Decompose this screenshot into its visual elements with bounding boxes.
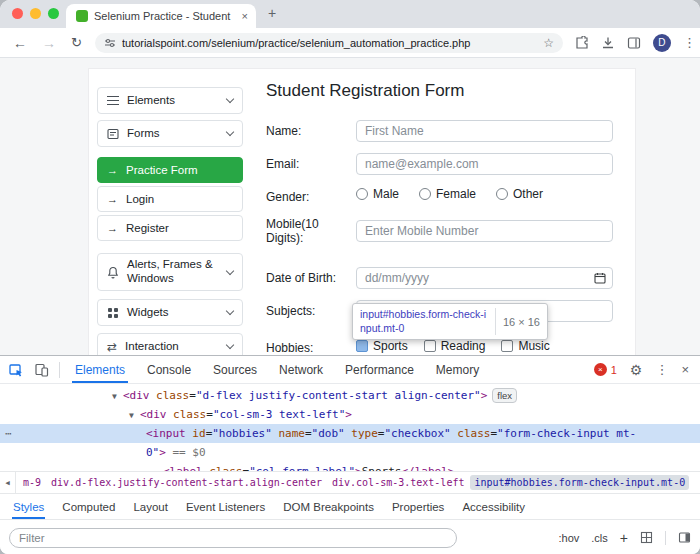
styles-tab-dom-breakpoints[interactable]: DOM Breakpoints bbox=[274, 494, 383, 519]
dom-token: > bbox=[481, 389, 488, 402]
window-close-button[interactable] bbox=[12, 8, 23, 19]
flex-badge[interactable]: flex bbox=[492, 388, 517, 403]
sidebar-item-alerts-frames-windows[interactable]: Alerts, Frames & Windows bbox=[97, 253, 243, 291]
sidebar-item-practice-form[interactable]: → Practice Form bbox=[97, 157, 243, 183]
sidebar-item-label: Interaction bbox=[125, 340, 227, 354]
hobby-option-music[interactable]: Music bbox=[501, 339, 549, 353]
breadcrumb-item[interactable]: m-9 bbox=[19, 475, 45, 490]
dom-token: "form-check-input mt- bbox=[497, 427, 636, 440]
styles-tab-computed[interactable]: Computed bbox=[53, 494, 124, 519]
forward-icon[interactable]: → bbox=[42, 35, 56, 51]
new-style-rule-icon[interactable]: + bbox=[620, 530, 628, 546]
email-input[interactable] bbox=[356, 153, 613, 175]
dom-token: "d-flex justify-content-start align-cent… bbox=[196, 389, 481, 402]
radio-icon[interactable] bbox=[419, 188, 431, 200]
email-label: Email: bbox=[266, 157, 299, 171]
styles-tab-properties[interactable]: Properties bbox=[383, 494, 453, 519]
styles-filter-input[interactable] bbox=[9, 528, 457, 548]
bookmark-star-icon[interactable]: ☆ bbox=[543, 36, 554, 50]
dom-tree: ▼<div class="d-flex justify-content-star… bbox=[0, 384, 700, 471]
side-panel-icon[interactable] bbox=[627, 36, 641, 50]
option-label: Sports bbox=[373, 339, 408, 353]
hobby-option-reading[interactable]: Reading bbox=[424, 339, 486, 353]
window-minimize-button[interactable] bbox=[30, 8, 41, 19]
browser-menu-icon[interactable]: ⋮ bbox=[683, 35, 696, 50]
hobby-option-sports[interactable]: Sports bbox=[356, 339, 408, 353]
sidebar-item-forms[interactable]: Forms bbox=[97, 120, 243, 147]
dom-node-line[interactable]: ▼<div class="d-flex justify-content-star… bbox=[0, 386, 700, 405]
devtools-close-icon[interactable]: × bbox=[681, 362, 689, 377]
inspect-tooltip: input#hobbies.form-check-input.mt-0 16 ×… bbox=[352, 303, 548, 340]
inspect-element-icon[interactable] bbox=[8, 362, 24, 378]
expand-arrow-icon[interactable]: ▼ bbox=[129, 406, 140, 425]
styles-filter-bar: :hov .cls + bbox=[0, 519, 700, 554]
expand-arrow-icon[interactable]: ▼ bbox=[112, 387, 123, 406]
toggle-hover-state-button[interactable]: :hov bbox=[559, 532, 580, 544]
gender-option-male[interactable]: Male bbox=[356, 187, 399, 201]
console-error-badge[interactable]: × 1 bbox=[594, 363, 617, 376]
styles-tab-styles[interactable]: Styles bbox=[4, 494, 53, 519]
checkbox-icon-highlighted[interactable] bbox=[356, 340, 368, 352]
dom-node-line[interactable]: 0"> == $0 bbox=[0, 443, 700, 462]
layout-grid-icon[interactable] bbox=[640, 531, 653, 544]
radio-icon[interactable] bbox=[356, 188, 368, 200]
chevron-down-icon bbox=[226, 341, 234, 349]
computed-sidebar-toggle-icon[interactable] bbox=[678, 531, 691, 544]
tab-title: Selenium Practice - Student bbox=[94, 10, 238, 22]
sidebar-item-elements[interactable]: Elements bbox=[97, 87, 243, 114]
breadcrumb-scroll-left-icon[interactable]: ◀ bbox=[0, 472, 16, 493]
window-zoom-button[interactable] bbox=[48, 8, 59, 19]
devtools-menu-icon[interactable]: ⋮ bbox=[655, 362, 668, 377]
back-icon[interactable]: ← bbox=[13, 35, 27, 51]
tab-close-icon[interactable]: × bbox=[242, 10, 248, 22]
calendar-icon[interactable] bbox=[594, 272, 606, 284]
devtools-tab-elements[interactable]: Elements bbox=[64, 356, 136, 383]
devtools-tab-memory[interactable]: Memory bbox=[425, 356, 490, 383]
checkbox-icon[interactable] bbox=[424, 340, 436, 352]
dom-node-line[interactable]: <label class="col-form-label">Sports</la… bbox=[0, 462, 700, 471]
breadcrumb-item[interactable]: input#hobbies.form-check-input.mt-0 bbox=[470, 475, 689, 490]
devtools-tab-performance[interactable]: Performance bbox=[334, 356, 425, 383]
sidebar-item-login[interactable]: → Login bbox=[97, 186, 243, 212]
new-tab-button[interactable]: + bbox=[268, 5, 276, 21]
dob-input[interactable] bbox=[365, 271, 594, 285]
address-bar[interactable]: tutorialspoint.com/selenium/practice/sel… bbox=[95, 33, 563, 53]
dom-node-line[interactable]: ⋯<input id="hobbies" name="dob" type="ch… bbox=[0, 424, 700, 443]
browser-tab[interactable]: Selenium Practice - Student × bbox=[66, 4, 256, 28]
name-input[interactable] bbox=[356, 120, 613, 142]
extensions-icon[interactable] bbox=[575, 36, 589, 50]
sidebar-item-widgets[interactable]: Widgets bbox=[97, 299, 243, 326]
mobile-input[interactable] bbox=[356, 220, 613, 242]
styles-tab-event-listeners[interactable]: Event Listeners bbox=[177, 494, 274, 519]
download-icon[interactable] bbox=[601, 36, 615, 50]
styles-tab-layout[interactable]: Layout bbox=[124, 494, 177, 519]
radio-icon[interactable] bbox=[496, 188, 508, 200]
device-toolbar-icon[interactable] bbox=[34, 362, 49, 377]
breadcrumb-item[interactable]: div.col-sm-3.text-left bbox=[328, 475, 468, 490]
mobile-label: Mobile(10 Digits): bbox=[266, 217, 328, 245]
error-count: 1 bbox=[611, 364, 617, 376]
devtools-tab-network[interactable]: Network bbox=[268, 356, 334, 383]
settings-gear-icon[interactable]: ⚙ bbox=[630, 362, 643, 378]
arrow-right-icon: → bbox=[107, 164, 118, 176]
menu-icon bbox=[107, 96, 119, 106]
dom-node-line[interactable]: ▼<div class="col-sm-3 text-left"> bbox=[0, 405, 700, 424]
reload-icon[interactable]: ↻ bbox=[71, 35, 82, 50]
checkbox-icon[interactable] bbox=[501, 340, 513, 352]
profile-avatar[interactable]: D bbox=[653, 34, 671, 52]
error-icon: × bbox=[594, 363, 607, 376]
site-settings-icon[interactable] bbox=[104, 37, 116, 49]
page-viewport: Elements Forms → Practice Form → Login → bbox=[0, 58, 700, 355]
dom-token: 0" bbox=[146, 446, 159, 459]
url-text[interactable]: tutorialspoint.com/selenium/practice/sel… bbox=[122, 37, 543, 49]
devtools-tab-sources[interactable]: Sources bbox=[202, 356, 268, 383]
toggle-class-button[interactable]: .cls bbox=[591, 532, 608, 544]
devtools-tab-console[interactable]: Console bbox=[136, 356, 202, 383]
sidebar-item-register[interactable]: → Register bbox=[97, 215, 243, 241]
breadcrumb-item[interactable]: div.d-flex.justify-content-start.align-c… bbox=[47, 475, 326, 490]
gender-option-female[interactable]: Female bbox=[419, 187, 476, 201]
dom-overflow-icon[interactable]: ⋯ bbox=[5, 424, 12, 443]
styles-tab-accessibility[interactable]: Accessibility bbox=[453, 494, 534, 519]
gender-option-other[interactable]: Other bbox=[496, 187, 543, 201]
sidebar-item-interaction[interactable]: ⇄ Interaction bbox=[97, 333, 243, 355]
